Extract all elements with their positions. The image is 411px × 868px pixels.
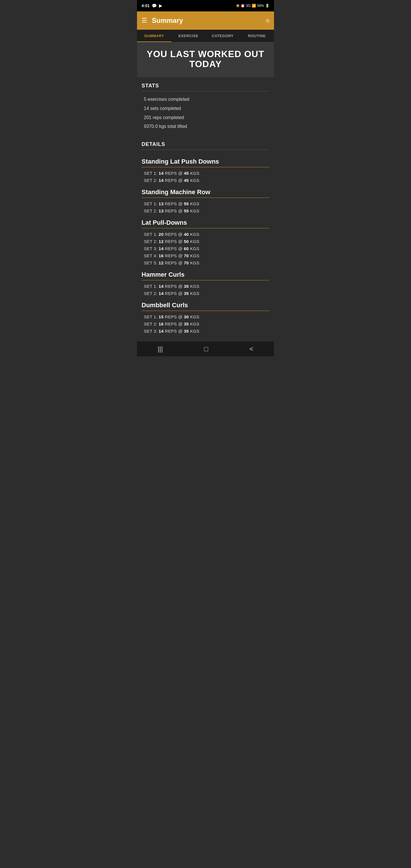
main-content: YOU LAST WORKED OUT TODAY STATS 5 exerci… — [137, 42, 274, 341]
share-icon[interactable]: ⎋ — [266, 18, 270, 24]
battery-icon: 🔋 — [265, 4, 270, 8]
exercise-hammer-curls: Hammer Curls SET 1: 14 REPS @ 35 KGS SET… — [137, 267, 274, 297]
menu-icon[interactable]: ☰ — [141, 17, 147, 24]
stat-item-2: 201 reps completed — [141, 113, 270, 122]
nav-back-icon[interactable]: < — [249, 345, 253, 353]
exercise-dumbbell-curls: Dumbbell Curls SET 1: 15 REPS @ 30 KGS S… — [137, 297, 274, 341]
exercise-name-1: Standing Machine Row — [141, 188, 270, 198]
tab-routine[interactable]: ROUTINE — [240, 30, 274, 42]
stat-item-3: 9370.0 kgs total lifted — [141, 122, 270, 131]
exercise-lat-pull-downs: Lat Pull-Downs SET 1: 20 REPS @ 40 KGS S… — [137, 214, 274, 267]
sd-icon: 📦 — [236, 4, 240, 7]
set-2-3: SET 4: 16 REPS @ 70 KGS — [141, 252, 270, 259]
tab-exercise[interactable]: EXERCISE — [171, 30, 205, 42]
youtube-icon: ▶ — [159, 3, 162, 8]
stat-item-1: 14 sets completed — [141, 104, 270, 113]
nav-home-icon[interactable]: □ — [204, 345, 208, 353]
set-0-0: SET 1: 14 REPS @ 45 KGS — [141, 169, 270, 177]
app-header: ☰ Summary ⎋ — [137, 11, 274, 30]
exercise-name-2: Lat Pull-Downs — [141, 219, 270, 228]
status-right: 📦 ⏰ 3G 📶 58% 🔋 — [236, 4, 270, 8]
stats-section: STATS 5 exercises completed 14 sets comp… — [137, 77, 274, 131]
hero-banner: YOU LAST WORKED OUT TODAY — [137, 42, 274, 77]
exercise-standing-machine-row: Standing Machine Row SET 1: 13 REPS @ 55… — [137, 184, 274, 214]
bottom-nav: ||| □ < — [137, 341, 274, 356]
message-icon: 💬 — [152, 3, 157, 8]
status-left: 4:01 💬 ▶ — [141, 3, 162, 8]
signal-icon: 📶 — [252, 4, 256, 8]
exercise-standing-lat-push-downs: Standing Lat Push Downs SET 1: 14 REPS @… — [137, 153, 274, 184]
set-1-1: SET 2: 13 REPS @ 55 KGS — [141, 207, 270, 214]
tab-summary[interactable]: SUMMARY — [137, 30, 171, 42]
set-4-2: SET 3: 14 REPS @ 35 KGS — [141, 328, 270, 335]
alarm-icon: ⏰ — [241, 4, 245, 8]
set-2-0: SET 1: 20 REPS @ 40 KGS — [141, 231, 270, 238]
exercise-name-4: Dumbbell Curls — [141, 302, 270, 311]
nav-recent-apps-icon[interactable]: ||| — [158, 345, 163, 353]
set-3-0: SET 1: 14 REPS @ 35 KGS — [141, 283, 270, 290]
network-label: 3G — [246, 4, 251, 8]
exercise-name-3: Hammer Curls — [141, 271, 270, 280]
set-4-0: SET 1: 15 REPS @ 30 KGS — [141, 313, 270, 320]
details-section: DETAILS — [137, 135, 274, 150]
set-2-2: SET 3: 14 REPS @ 60 KGS — [141, 245, 270, 252]
hero-text: YOU LAST WORKED OUT TODAY — [141, 49, 270, 69]
stat-item-0: 5 exercises completed — [141, 95, 270, 104]
set-3-1: SET 2: 14 REPS @ 35 KGS — [141, 290, 270, 297]
details-title: DETAILS — [141, 141, 270, 150]
exercise-name-0: Standing Lat Push Downs — [141, 158, 270, 167]
set-4-1: SET 2: 16 REPS @ 35 KGS — [141, 320, 270, 328]
set-1-0: SET 1: 13 REPS @ 55 KGS — [141, 200, 270, 207]
set-0-1: SET 2: 14 REPS @ 45 KGS — [141, 177, 270, 184]
header-title: Summary — [152, 17, 266, 25]
status-time: 4:01 — [141, 3, 150, 8]
tab-bar: SUMMARY EXERCISE CATEGORY ROUTINE — [137, 30, 274, 42]
set-2-1: SET 2: 12 REPS @ 50 KGS — [141, 238, 270, 245]
status-bar: 4:01 💬 ▶ 📦 ⏰ 3G 📶 58% 🔋 — [137, 0, 274, 11]
tab-category[interactable]: CATEGORY — [205, 30, 240, 42]
set-2-4: SET 5: 12 REPS @ 70 KGS — [141, 259, 270, 267]
stats-title: STATS — [141, 83, 270, 91]
battery-label: 58% — [257, 4, 264, 8]
